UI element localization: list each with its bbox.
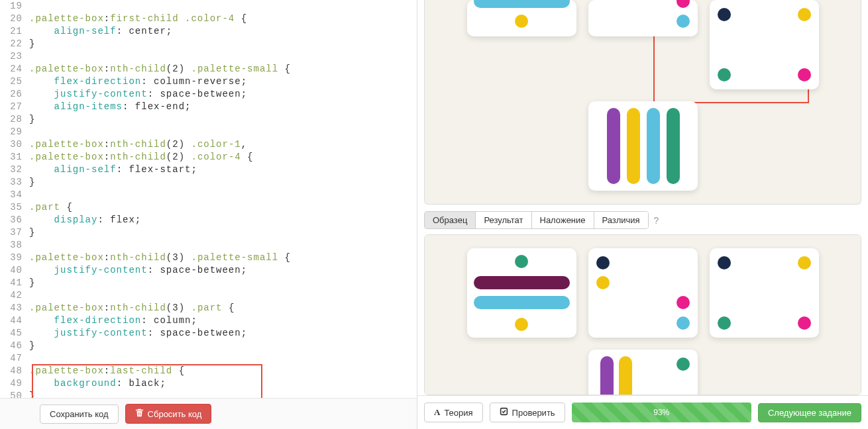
dot [677, 358, 690, 371]
code-content[interactable]: .palette-box:nth-child(2) .color-1, [29, 138, 417, 151]
code-line[interactable]: 37} [0, 226, 417, 239]
preview-tab[interactable]: Образец [425, 212, 476, 228]
code-content[interactable]: .palette-box:nth-child(2) .color-4 { [29, 151, 417, 164]
code-line[interactable]: 26 justify-content: space-between; [0, 88, 417, 101]
dot [515, 255, 528, 268]
code-line[interactable]: 39.palette-box:nth-child(3) .palette-sma… [0, 252, 417, 264]
save-code-button[interactable]: Сохранить код [40, 405, 119, 424]
code-content[interactable] [29, 126, 417, 138]
line-number: 27 [0, 101, 29, 113]
bottom-toolbar: A Теория Проверить 93% Следующее задание [417, 395, 868, 429]
code-line[interactable]: 33} [0, 176, 417, 189]
code-editor[interactable]: 1920.palette-box:first-child .color-4 {2… [0, 0, 417, 398]
code-line[interactable]: 50} [0, 390, 417, 398]
code-line[interactable]: 25 flex-direction: column-reverse; [0, 75, 417, 88]
line-number: 28 [0, 113, 29, 126]
dot [798, 68, 811, 81]
preview-tab[interactable]: Наложение [532, 212, 594, 228]
code-line[interactable]: 23 [0, 50, 417, 63]
code-content[interactable] [29, 0, 417, 13]
code-line[interactable]: 34 [0, 189, 417, 201]
code-content[interactable]: } [29, 390, 417, 398]
code-content[interactable]: } [29, 340, 417, 352]
code-content[interactable]: } [29, 176, 417, 189]
dot [798, 8, 811, 21]
code-line[interactable]: 27 align-items: flex-end; [0, 101, 417, 113]
code-line[interactable]: 29 [0, 126, 417, 138]
code-content[interactable] [29, 352, 417, 365]
code-content[interactable]: .palette-box:nth-child(3) .palette-small… [29, 252, 417, 264]
code-content[interactable] [29, 189, 417, 201]
bar [474, 276, 570, 289]
code-content[interactable]: .part { [29, 201, 417, 214]
code-content[interactable] [29, 50, 417, 63]
code-line[interactable]: 21 align-self: center; [0, 25, 417, 38]
code-content[interactable]: .palette-box:first-child .color-4 { [29, 13, 417, 25]
line-number: 45 [0, 327, 29, 340]
code-line[interactable]: 35.part { [0, 201, 417, 214]
help-icon[interactable]: ? [654, 215, 659, 226]
code-line[interactable]: 31.palette-box:nth-child(2) .color-4 { [0, 151, 417, 164]
code-content[interactable]: justify-content: space-between; [29, 327, 417, 340]
theory-button[interactable]: A Теория [424, 403, 483, 422]
editor-footer: Сохранить код Сбросить код [0, 398, 417, 429]
palette-box [588, 101, 698, 191]
code-content[interactable]: } [29, 38, 417, 50]
line-number: 20 [0, 13, 29, 25]
code-content[interactable]: } [29, 277, 417, 289]
progress-label: 93% [653, 408, 669, 417]
code-line[interactable]: 38 [0, 239, 417, 252]
code-content[interactable]: align-self: center; [29, 25, 417, 38]
code-line[interactable]: 28} [0, 113, 417, 126]
palette-box [588, 350, 698, 395]
code-content[interactable]: justify-content: space-between; [29, 264, 417, 277]
line-number: 19 [0, 0, 29, 13]
code-content[interactable]: flex-direction: column; [29, 314, 417, 327]
code-content[interactable]: } [29, 226, 417, 239]
dot [515, 318, 528, 331]
code-line[interactable]: 32 align-self: flex-start; [0, 164, 417, 176]
code-content[interactable]: } [29, 113, 417, 126]
check-button[interactable]: Проверить [490, 403, 565, 422]
code-line[interactable]: 22} [0, 38, 417, 50]
code-content[interactable]: .palette-box:nth-child(2) .palette-small… [29, 63, 417, 75]
code-content[interactable]: align-self: flex-start; [29, 164, 417, 176]
code-line[interactable]: 43.palette-box:nth-child(3) .part { [0, 302, 417, 314]
line-number: 23 [0, 50, 29, 63]
code-content[interactable]: justify-content: space-between; [29, 88, 417, 101]
code-line[interactable]: 30.palette-box:nth-child(2) .color-1, [0, 138, 417, 151]
font-icon: A [434, 407, 440, 418]
code-content[interactable] [29, 239, 417, 252]
code-content[interactable]: .palette-box:nth-child(3) .part { [29, 302, 417, 314]
trash-icon [135, 408, 144, 419]
code-line[interactable]: 41} [0, 277, 417, 289]
reset-code-button[interactable]: Сбросить код [125, 404, 212, 424]
dot [718, 8, 731, 21]
code-line[interactable]: 44 flex-direction: column; [0, 314, 417, 327]
preview-tab[interactable]: Различия [594, 212, 648, 228]
code-line[interactable]: 46} [0, 340, 417, 352]
code-line[interactable]: 36 display: flex; [0, 214, 417, 226]
code-line[interactable]: 19 [0, 0, 417, 13]
code-content[interactable]: background: black; [29, 377, 417, 390]
code-line[interactable]: 24.palette-box:nth-child(2) .palette-sma… [0, 63, 417, 75]
code-content[interactable]: display: flex; [29, 214, 417, 226]
next-task-button[interactable]: Следующее задание [758, 403, 861, 422]
code-line[interactable]: 45 justify-content: space-between; [0, 327, 417, 340]
code-line[interactable]: 20.palette-box:first-child .color-4 { [0, 13, 417, 25]
code-content[interactable] [29, 289, 417, 302]
line-number: 48 [0, 365, 29, 377]
line-number: 36 [0, 214, 29, 226]
code-line[interactable]: 40 justify-content: space-between; [0, 264, 417, 277]
dot [798, 256, 811, 269]
code-line[interactable]: 49 background: black; [0, 377, 417, 390]
code-line[interactable]: 42 [0, 289, 417, 302]
preview-tab[interactable]: Результат [476, 212, 531, 228]
dot [596, 256, 610, 269]
code-line[interactable]: 48.palette-box:last-child { [0, 365, 417, 377]
code-content[interactable]: .palette-box:last-child { [29, 365, 417, 377]
line-number: 44 [0, 314, 29, 327]
code-line[interactable]: 47 [0, 352, 417, 365]
code-content[interactable]: flex-direction: column-reverse; [29, 75, 417, 88]
code-content[interactable]: align-items: flex-end; [29, 101, 417, 113]
